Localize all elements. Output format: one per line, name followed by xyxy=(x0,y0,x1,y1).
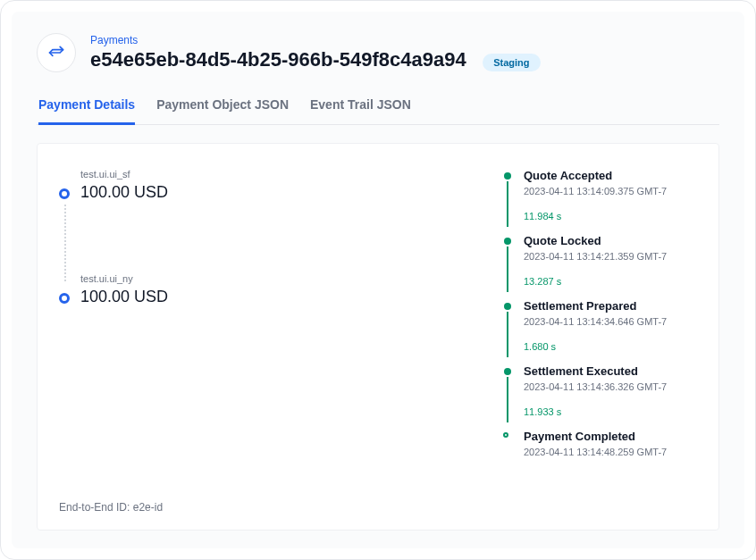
content: test.ui.ui_sf 100.00 USD test.ui.ui_ny 1… xyxy=(12,125,744,548)
party-ring-icon xyxy=(59,188,70,199)
details-card: test.ui.ui_sf 100.00 USD test.ui.ui_ny 1… xyxy=(37,143,719,531)
timeline-dot-icon xyxy=(504,172,511,180)
timeline-timestamp: 2023-04-11 13:14:48.259 GMT-7 xyxy=(524,447,704,457)
end-to-end-id: End-to-End ID: e2e-id xyxy=(59,501,474,514)
timeline-line xyxy=(507,312,508,357)
tab-event-trail-json[interactable]: Event Trail JSON xyxy=(310,97,411,125)
tabs: Payment Details Payment Object JSON Even… xyxy=(37,97,719,125)
party-dest-name: test.ui.ui_ny xyxy=(80,273,474,284)
parties-list: test.ui.ui_sf 100.00 USD test.ui.ui_ny 1… xyxy=(59,169,474,501)
timeline-dot-icon xyxy=(504,303,511,310)
timeline-column: Quote Accepted 2023-04-11 13:14:09.375 G… xyxy=(495,144,718,530)
tab-payment-details[interactable]: Payment Details xyxy=(38,97,135,125)
header: Payments e54e65eb-84d5-4b25-966b-549f8c4… xyxy=(12,12,744,125)
title-block: Payments e54e65eb-84d5-4b25-966b-549f8c4… xyxy=(90,34,541,71)
timeline-step: Settlement Prepared 2023-04-11 13:14:34.… xyxy=(504,299,704,352)
party-dest-amount: 100.00 USD xyxy=(80,288,474,306)
timeline-title: Settlement Prepared xyxy=(524,299,704,313)
title-row: e54e65eb-84d5-4b25-966b-549f8c4a9a94 Sta… xyxy=(90,48,541,71)
timeline-title: Quote Locked xyxy=(524,234,704,247)
timeline-timestamp: 2023-04-11 13:14:34.646 GMT-7 xyxy=(524,316,704,327)
parties-column: test.ui.ui_sf 100.00 USD test.ui.ui_ny 1… xyxy=(38,144,495,530)
timeline-timestamp: 2023-04-11 13:14:36.326 GMT-7 xyxy=(524,381,704,392)
timeline-duration: 13.287 s xyxy=(524,276,704,287)
timeline-duration: 1.680 s xyxy=(524,341,704,352)
app-surface: Payments e54e65eb-84d5-4b25-966b-549f8c4… xyxy=(12,12,744,548)
timeline-line xyxy=(507,181,508,227)
parties-connector xyxy=(64,205,66,281)
timeline-step: Settlement Executed 2023-04-11 13:14:36.… xyxy=(504,364,704,417)
timeline-dot-open-icon xyxy=(503,432,508,438)
timeline-duration: 11.933 s xyxy=(524,406,704,417)
breadcrumb[interactable]: Payments xyxy=(90,34,541,46)
header-row: Payments e54e65eb-84d5-4b25-966b-549f8c4… xyxy=(37,33,719,72)
timeline-timestamp: 2023-04-11 13:14:21.359 GMT-7 xyxy=(524,251,704,262)
timeline-step: Payment Completed 2023-04-11 13:14:48.25… xyxy=(504,430,704,457)
timeline-title: Settlement Executed xyxy=(524,364,704,378)
timeline-step: Quote Locked 2023-04-11 13:14:21.359 GMT… xyxy=(504,234,704,287)
env-badge: Staging xyxy=(483,54,540,71)
party-source-amount: 100.00 USD xyxy=(80,183,474,202)
app-frame: Payments e54e65eb-84d5-4b25-966b-549f8c4… xyxy=(0,0,756,560)
timeline-dot-icon xyxy=(504,238,511,245)
timeline-line xyxy=(507,247,508,292)
page-title: e54e65eb-84d5-4b25-966b-549f8c4a9a94 xyxy=(90,48,466,71)
party-ring-icon xyxy=(59,293,70,304)
timeline-dot-icon xyxy=(504,368,511,375)
tab-payment-object-json[interactable]: Payment Object JSON xyxy=(156,97,289,125)
party-destination: test.ui.ui_ny 100.00 USD xyxy=(59,273,474,306)
timeline-timestamp: 2023-04-11 13:14:09.375 GMT-7 xyxy=(524,186,704,196)
transfer-icon xyxy=(37,33,76,72)
timeline-title: Quote Accepted xyxy=(524,169,704,182)
timeline-title: Payment Completed xyxy=(524,430,704,443)
timeline-step: Quote Accepted 2023-04-11 13:14:09.375 G… xyxy=(504,169,704,221)
party-source: test.ui.ui_sf 100.00 USD xyxy=(59,169,474,202)
party-source-name: test.ui.ui_sf xyxy=(80,169,474,180)
timeline-line xyxy=(507,377,508,422)
timeline-duration: 11.984 s xyxy=(524,211,704,221)
